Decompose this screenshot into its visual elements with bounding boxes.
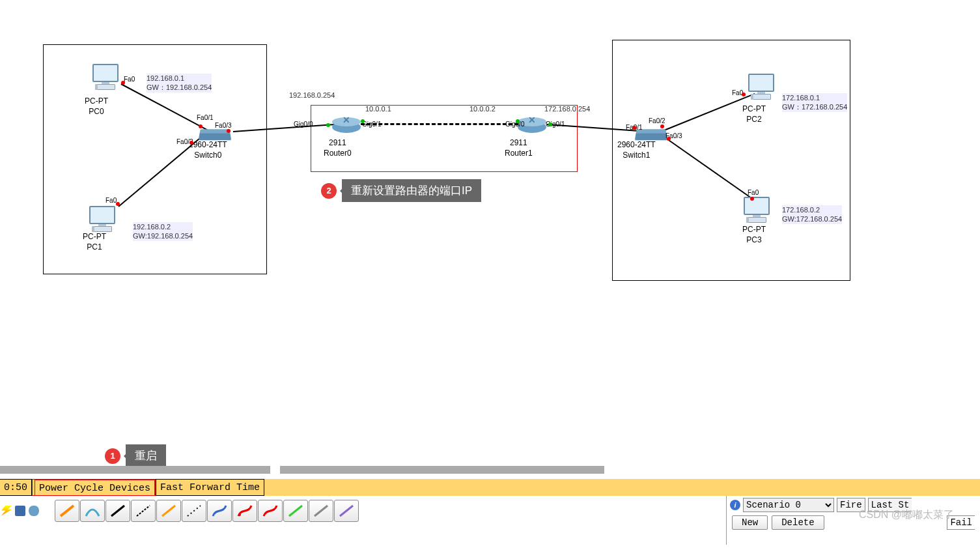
led	[660, 124, 664, 128]
switch1-label: 2960-24TT Switch1	[617, 140, 656, 160]
wire-straight-button[interactable]	[105, 500, 130, 522]
annotation-1: 1 重启	[105, 444, 166, 467]
wire-console-button[interactable]	[80, 500, 105, 522]
led	[548, 123, 552, 126]
pc1-icon[interactable]	[88, 206, 117, 232]
led	[516, 119, 520, 123]
ann1-text: 重启	[126, 444, 166, 467]
topology-canvas[interactable]: PC-PT PC0 Fa0 192.168.0.1 GW：192.168.0.2…	[0, 0, 980, 466]
ann2-badge: 2	[321, 183, 337, 199]
pc3-ip: 172.168.0.2 GW:172.168.0.254	[782, 205, 842, 224]
led	[189, 141, 193, 145]
led	[750, 197, 754, 201]
new-button[interactable]: New	[732, 515, 768, 530]
led	[742, 93, 746, 96]
wire-serial-dce-button[interactable]	[232, 500, 257, 522]
wire-fiber-button[interactable]	[156, 500, 181, 522]
pc3-icon[interactable]	[742, 197, 771, 223]
wire-usb-button[interactable]	[334, 500, 359, 522]
pc2-label: PC-PT PC2	[742, 104, 766, 124]
info-icon[interactable]: i	[730, 500, 740, 510]
wire-serial-dte-button[interactable]	[258, 500, 283, 522]
scenario-select[interactable]: Scenario 0	[743, 498, 834, 512]
link-r0-ip: 10.0.0.1	[365, 105, 391, 113]
led	[632, 126, 636, 130]
router1-p-left: Gig0/0	[505, 121, 524, 128]
pc2-icon[interactable]	[747, 74, 776, 100]
led	[121, 81, 125, 85]
flash-icon[interactable]	[1, 506, 12, 516]
led	[116, 202, 120, 206]
router0-p-right: Gig0/1	[362, 121, 381, 128]
router0-p-left: Gig0/0	[294, 121, 313, 128]
switch1-p2: Fa0/2	[649, 117, 665, 124]
link-left-ip: 192.168.0.254	[289, 91, 335, 99]
svg-point-0	[238, 513, 241, 516]
router0-icon[interactable]	[332, 121, 361, 133]
wire-octal-button[interactable]	[283, 500, 308, 522]
wire-phone-button[interactable]	[182, 500, 206, 522]
status-bar: 0:50 Power Cycle Devices Fast Forward Ti…	[0, 479, 980, 496]
wire-auto-button[interactable]	[55, 500, 79, 522]
led	[326, 123, 330, 127]
pc2-ip: 172.168.0.1 GW：172.168.0.254	[782, 93, 847, 112]
cloud-icon[interactable]	[29, 506, 39, 516]
divider-bar	[0, 466, 980, 474]
switch0-p3: Fa0/3	[215, 122, 232, 129]
pc1-label: PC-PT PC1	[83, 232, 106, 252]
led	[199, 124, 203, 128]
pc1-port: Fa0	[105, 197, 117, 204]
wire-coax-button[interactable]	[207, 500, 232, 522]
pc0-port: Fa0	[124, 76, 135, 83]
led	[227, 129, 231, 133]
pc1-ip: 192.168.0.2 GW:192.168.0.254	[133, 222, 193, 241]
wire-crossover-button[interactable]	[131, 500, 156, 522]
pc0-icon[interactable]	[91, 64, 120, 90]
switch0-label: 2960-24TT Switch0	[189, 140, 227, 160]
ann1-badge: 1	[105, 448, 120, 464]
power-highlight: Power Cycle Devices	[32, 479, 156, 496]
pc3-label: PC-PT PC3	[742, 225, 766, 245]
pc0-ip: 192.168.0.1 GW：192.168.0.254	[147, 74, 212, 93]
power-cycle-button[interactable]: Power Cycle Devices	[35, 480, 155, 497]
switch0-icon[interactable]	[199, 131, 232, 140]
pc0-label: PC-PT PC0	[85, 96, 108, 117]
router1-label: 2911 Router1	[505, 138, 533, 158]
pc3-port: Fa0	[748, 189, 759, 196]
delete-button[interactable]: Delete	[772, 515, 824, 530]
time-cell: 0:50	[0, 479, 32, 496]
fast-forward-button[interactable]: Fast Forward Time	[156, 479, 264, 496]
link-router0-router1	[361, 123, 518, 125]
switch0-p1: Fa0/1	[197, 114, 214, 121]
watermark: CSDN @嘟嘟太菜了	[859, 508, 954, 522]
link-r1-ip: 10.0.0.2	[469, 105, 496, 113]
switch1-icon[interactable]	[635, 131, 668, 140]
folder-icon[interactable]	[15, 506, 25, 516]
annotation-2: 2 重新设置路由器的端口IP	[321, 179, 481, 202]
router0-label: 2911 Router0	[324, 138, 352, 158]
link-right-ip: 172.168.0.254	[544, 105, 590, 113]
led	[361, 119, 365, 123]
ann2-text: 重新设置路由器的端口IP	[342, 179, 481, 202]
led	[667, 137, 671, 141]
wire-iot-button[interactable]	[309, 500, 333, 522]
